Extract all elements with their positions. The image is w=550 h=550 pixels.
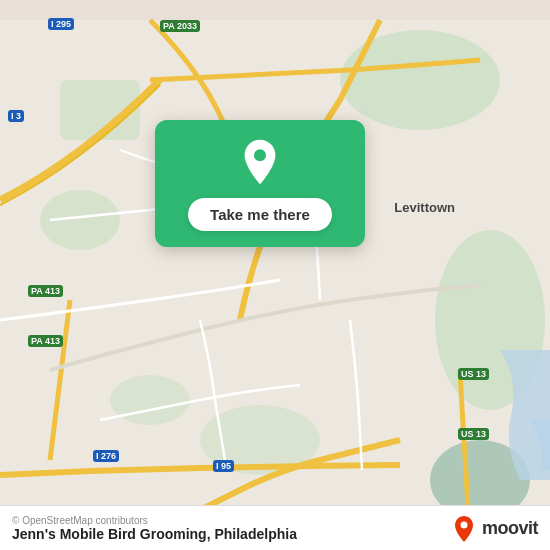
location-card: Take me there (155, 120, 365, 247)
svg-point-8 (254, 149, 266, 161)
moovit-text: moovit (482, 518, 538, 539)
moovit-icon (450, 514, 478, 542)
map-container: I 295 PA 2033 I 3 PA 413 PA 413 I 276 I … (0, 0, 550, 550)
svg-point-9 (460, 522, 467, 529)
svg-point-7 (110, 375, 190, 425)
take-me-there-button[interactable]: Take me there (188, 198, 332, 231)
map-background (0, 0, 550, 550)
attribution-text: © OpenStreetMap contributors (12, 515, 297, 526)
svg-point-1 (340, 30, 500, 130)
moovit-logo: moovit (450, 514, 538, 542)
location-pin-icon (236, 138, 284, 186)
bottom-bar: © OpenStreetMap contributors Jenn's Mobi… (0, 505, 550, 550)
bottom-left-info: © OpenStreetMap contributors Jenn's Mobi… (12, 515, 297, 542)
place-name: Jenn's Mobile Bird Grooming, Philadelphi… (12, 526, 297, 542)
